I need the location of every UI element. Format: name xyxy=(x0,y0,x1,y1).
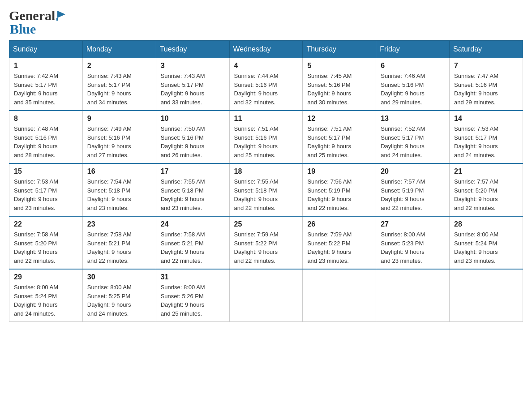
day-number: 14 xyxy=(454,115,518,123)
day-info: Sunrise: 8:00 AM Sunset: 5:25 PM Dayligh… xyxy=(87,283,151,318)
logo-icon xyxy=(56,10,66,22)
day-number: 30 xyxy=(87,273,151,281)
day-info: Sunrise: 8:00 AM Sunset: 5:24 PM Dayligh… xyxy=(14,283,78,318)
calendar-cell xyxy=(450,269,523,322)
day-number: 18 xyxy=(234,167,298,176)
day-number: 12 xyxy=(307,115,371,123)
day-number: 27 xyxy=(381,220,445,228)
calendar-cell: 1 Sunrise: 7:42 AM Sunset: 5:17 PM Dayli… xyxy=(9,58,83,111)
day-info: Sunrise: 8:00 AM Sunset: 5:24 PM Dayligh… xyxy=(454,230,518,265)
day-info: Sunrise: 7:47 AM Sunset: 5:16 PM Dayligh… xyxy=(454,72,518,107)
day-number: 3 xyxy=(161,62,225,70)
calendar-cell: 13 Sunrise: 7:52 AM Sunset: 5:17 PM Dayl… xyxy=(376,111,450,163)
day-number: 8 xyxy=(14,115,78,123)
calendar-cell: 25 Sunrise: 7:59 AM Sunset: 5:22 PM Dayl… xyxy=(229,216,303,269)
day-number: 6 xyxy=(381,62,445,70)
day-number: 5 xyxy=(307,62,371,70)
calendar-header-tuesday: Tuesday xyxy=(156,41,229,58)
day-number: 20 xyxy=(381,167,445,176)
logo-general-text: General xyxy=(9,9,55,22)
calendar-cell xyxy=(229,269,303,322)
svg-marker-0 xyxy=(57,11,65,18)
calendar-cell: 28 Sunrise: 8:00 AM Sunset: 5:24 PM Dayl… xyxy=(450,216,523,269)
day-info: Sunrise: 7:49 AM Sunset: 5:16 PM Dayligh… xyxy=(87,124,151,159)
day-info: Sunrise: 8:00 AM Sunset: 5:26 PM Dayligh… xyxy=(161,283,225,318)
calendar-header-monday: Monday xyxy=(82,41,156,58)
day-number: 17 xyxy=(161,167,225,176)
day-info: Sunrise: 7:58 AM Sunset: 5:21 PM Dayligh… xyxy=(87,230,151,265)
calendar-header-thursday: Thursday xyxy=(303,41,376,58)
calendar-week-row: 29 Sunrise: 8:00 AM Sunset: 5:24 PM Dayl… xyxy=(9,269,523,322)
calendar-cell: 10 Sunrise: 7:50 AM Sunset: 5:16 PM Dayl… xyxy=(156,111,229,163)
calendar-cell: 6 Sunrise: 7:46 AM Sunset: 5:16 PM Dayli… xyxy=(376,58,450,111)
calendar-cell: 30 Sunrise: 8:00 AM Sunset: 5:25 PM Dayl… xyxy=(82,269,156,322)
day-number: 22 xyxy=(14,220,78,228)
day-number: 13 xyxy=(381,115,445,123)
day-info: Sunrise: 7:58 AM Sunset: 5:21 PM Dayligh… xyxy=(161,230,225,265)
calendar-header-friday: Friday xyxy=(376,41,450,58)
calendar-cell: 23 Sunrise: 7:58 AM Sunset: 5:21 PM Dayl… xyxy=(82,216,156,269)
page-header: General Blue xyxy=(9,9,523,36)
calendar-cell: 5 Sunrise: 7:45 AM Sunset: 5:16 PM Dayli… xyxy=(303,58,376,111)
calendar-cell: 12 Sunrise: 7:51 AM Sunset: 5:17 PM Dayl… xyxy=(303,111,376,163)
calendar-cell xyxy=(376,269,450,322)
day-info: Sunrise: 7:45 AM Sunset: 5:16 PM Dayligh… xyxy=(307,72,371,107)
day-info: Sunrise: 7:51 AM Sunset: 5:17 PM Dayligh… xyxy=(307,124,371,159)
calendar-cell: 19 Sunrise: 7:56 AM Sunset: 5:19 PM Dayl… xyxy=(303,163,376,216)
day-info: Sunrise: 7:57 AM Sunset: 5:19 PM Dayligh… xyxy=(381,177,445,212)
calendar-cell: 27 Sunrise: 8:00 AM Sunset: 5:23 PM Dayl… xyxy=(376,216,450,269)
calendar-table: SundayMondayTuesdayWednesdayThursdayFrid… xyxy=(9,40,523,322)
calendar-cell: 21 Sunrise: 7:57 AM Sunset: 5:20 PM Dayl… xyxy=(450,163,523,216)
calendar-cell: 3 Sunrise: 7:43 AM Sunset: 5:17 PM Dayli… xyxy=(156,58,229,111)
day-number: 15 xyxy=(14,167,78,176)
day-info: Sunrise: 7:59 AM Sunset: 5:22 PM Dayligh… xyxy=(307,230,371,265)
calendar-cell xyxy=(303,269,376,322)
day-number: 28 xyxy=(454,220,518,228)
calendar-cell: 2 Sunrise: 7:43 AM Sunset: 5:17 PM Dayli… xyxy=(82,58,156,111)
calendar-header-saturday: Saturday xyxy=(450,41,523,58)
day-info: Sunrise: 7:58 AM Sunset: 5:20 PM Dayligh… xyxy=(14,230,78,265)
calendar-cell: 11 Sunrise: 7:51 AM Sunset: 5:16 PM Dayl… xyxy=(229,111,303,163)
day-info: Sunrise: 7:42 AM Sunset: 5:17 PM Dayligh… xyxy=(14,72,78,107)
calendar-cell: 7 Sunrise: 7:47 AM Sunset: 5:16 PM Dayli… xyxy=(450,58,523,111)
day-info: Sunrise: 7:52 AM Sunset: 5:17 PM Dayligh… xyxy=(381,124,445,159)
calendar-header-wednesday: Wednesday xyxy=(229,41,303,58)
calendar-cell: 15 Sunrise: 7:53 AM Sunset: 5:17 PM Dayl… xyxy=(9,163,83,216)
calendar-cell: 17 Sunrise: 7:55 AM Sunset: 5:18 PM Dayl… xyxy=(156,163,229,216)
day-info: Sunrise: 7:50 AM Sunset: 5:16 PM Dayligh… xyxy=(161,124,225,159)
calendar-cell: 8 Sunrise: 7:48 AM Sunset: 5:16 PM Dayli… xyxy=(9,111,83,163)
day-info: Sunrise: 7:48 AM Sunset: 5:16 PM Dayligh… xyxy=(14,124,78,159)
calendar-cell: 24 Sunrise: 7:58 AM Sunset: 5:21 PM Dayl… xyxy=(156,216,229,269)
calendar-week-row: 15 Sunrise: 7:53 AM Sunset: 5:17 PM Dayl… xyxy=(9,163,523,216)
calendar-week-row: 22 Sunrise: 7:58 AM Sunset: 5:20 PM Dayl… xyxy=(9,216,523,269)
day-number: 19 xyxy=(307,167,371,176)
logo: General Blue xyxy=(9,9,66,36)
day-info: Sunrise: 7:59 AM Sunset: 5:22 PM Dayligh… xyxy=(234,230,298,265)
day-info: Sunrise: 7:43 AM Sunset: 5:17 PM Dayligh… xyxy=(87,72,151,107)
day-number: 24 xyxy=(161,220,225,228)
day-info: Sunrise: 7:46 AM Sunset: 5:16 PM Dayligh… xyxy=(381,72,445,107)
day-number: 2 xyxy=(87,62,151,70)
calendar-cell: 16 Sunrise: 7:54 AM Sunset: 5:18 PM Dayl… xyxy=(82,163,156,216)
day-info: Sunrise: 7:54 AM Sunset: 5:18 PM Dayligh… xyxy=(87,177,151,212)
day-number: 4 xyxy=(234,62,298,70)
day-info: Sunrise: 7:55 AM Sunset: 5:18 PM Dayligh… xyxy=(234,177,298,212)
day-info: Sunrise: 7:55 AM Sunset: 5:18 PM Dayligh… xyxy=(161,177,225,212)
calendar-week-row: 8 Sunrise: 7:48 AM Sunset: 5:16 PM Dayli… xyxy=(9,111,523,163)
day-number: 16 xyxy=(87,167,151,176)
day-info: Sunrise: 7:44 AM Sunset: 5:16 PM Dayligh… xyxy=(234,72,298,107)
calendar-week-row: 1 Sunrise: 7:42 AM Sunset: 5:17 PM Dayli… xyxy=(9,58,523,111)
logo-blue-text: Blue xyxy=(10,22,36,36)
day-info: Sunrise: 7:53 AM Sunset: 5:17 PM Dayligh… xyxy=(454,124,518,159)
calendar-cell: 20 Sunrise: 7:57 AM Sunset: 5:19 PM Dayl… xyxy=(376,163,450,216)
calendar-cell: 14 Sunrise: 7:53 AM Sunset: 5:17 PM Dayl… xyxy=(450,111,523,163)
day-info: Sunrise: 7:53 AM Sunset: 5:17 PM Dayligh… xyxy=(14,177,78,212)
day-info: Sunrise: 8:00 AM Sunset: 5:23 PM Dayligh… xyxy=(381,230,445,265)
day-info: Sunrise: 7:56 AM Sunset: 5:19 PM Dayligh… xyxy=(307,177,371,212)
calendar-cell: 4 Sunrise: 7:44 AM Sunset: 5:16 PM Dayli… xyxy=(229,58,303,111)
day-info: Sunrise: 7:57 AM Sunset: 5:20 PM Dayligh… xyxy=(454,177,518,212)
day-number: 11 xyxy=(234,115,298,123)
day-number: 21 xyxy=(454,167,518,176)
day-number: 10 xyxy=(161,115,225,123)
calendar-header-sunday: Sunday xyxy=(9,41,83,58)
